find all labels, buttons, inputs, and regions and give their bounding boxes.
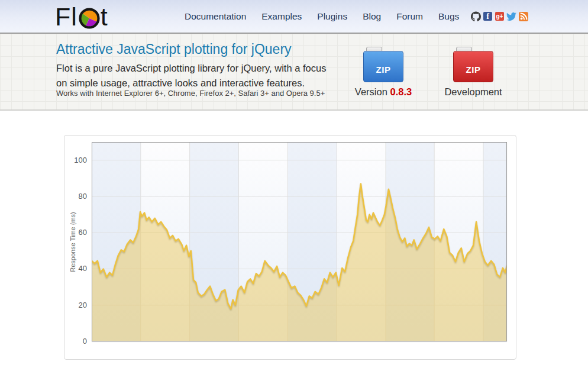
nav-blog[interactable]: Blog [363, 11, 381, 22]
twitter-icon[interactable] [506, 11, 516, 21]
nav-forum[interactable]: Forum [396, 11, 423, 22]
release-version: 0.8.3 [390, 86, 412, 97]
release-caption[interactable]: Version 0.8.3 [348, 86, 419, 98]
nav-documentation[interactable]: Documentation [185, 11, 246, 22]
nav-bugs[interactable]: Bugs [438, 11, 459, 22]
nav-examples[interactable]: Examples [261, 11, 302, 22]
logo-text-fl: Fl [55, 2, 77, 31]
response-time-plot [92, 142, 507, 341]
y-tick-label: 60 [64, 228, 87, 237]
tagline: Flot is a pure JavaScript plotting libra… [56, 61, 333, 91]
github-icon[interactable] [471, 11, 481, 21]
release-caption-text: Version [355, 86, 387, 97]
y-axis-title: Response Time (ms) [69, 212, 76, 272]
folder-body: ZIP [453, 51, 493, 82]
browser-compat-note: Works with Internet Explorer 6+, Chrome,… [56, 89, 325, 98]
page-title: Attractive JavaScript plotting for jQuer… [56, 41, 292, 57]
facebook-icon[interactable]: f [483, 11, 493, 21]
y-tick-label: 20 [64, 301, 87, 310]
pie-chart-logo-icon [79, 8, 100, 29]
social-links: f g+ [471, 0, 528, 33]
logo-text-t: t [101, 2, 108, 31]
folder-body: ZIP [363, 51, 403, 82]
main-nav: Documentation Examples Plugins Blog Foru… [185, 0, 459, 33]
y-tick-label: 40 [64, 264, 87, 273]
flot-homepage: Fl t Documentation Examples Plugins Blog… [0, 0, 588, 371]
blue-zip-folder-icon[interactable]: ZIP [363, 47, 403, 82]
nav-plugins[interactable]: Plugins [317, 11, 347, 22]
y-tick-label: 80 [64, 192, 87, 201]
rss-icon[interactable] [518, 11, 528, 21]
red-zip-folder-icon[interactable]: ZIP [453, 47, 493, 82]
development-caption[interactable]: Development [438, 86, 509, 98]
flot-logo[interactable]: Fl t [55, 2, 108, 31]
y-tick-label: 0 [64, 337, 87, 346]
download-release-zip[interactable]: ZIP Version 0.8.3 [348, 47, 419, 98]
demo-chart-card: Response Time (ms) 020406080100 [64, 135, 516, 360]
download-development-zip[interactable]: ZIP Development [438, 47, 509, 98]
top-bar: Fl t Documentation Examples Plugins Blog… [0, 0, 588, 34]
hero-band: Attractive JavaScript plotting for jQuer… [0, 34, 588, 111]
google-plus-icon[interactable]: g+ [495, 11, 505, 21]
y-tick-label: 100 [64, 156, 87, 165]
